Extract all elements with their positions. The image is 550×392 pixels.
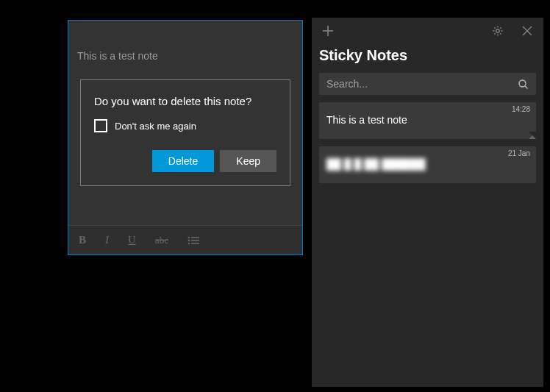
svg-point-2 [188,239,190,241]
note-item-preview: ██ █ █ ██ ██████ [326,158,529,170]
notes-container: 14:28This is a test note21 Jan██ █ █ ██ … [319,102,536,190]
format-bar: B I U abc [68,225,302,254]
note-editor-window: This is a test note Do you want to delet… [68,20,303,255]
notes-list-pane: Sticky Notes 14:28This is a test note21 … [312,18,543,387]
dialog-actions: Delete Keep [94,150,276,172]
svg-rect-1 [191,237,199,238]
bullet-list-button[interactable] [188,236,199,245]
search-input[interactable] [319,78,514,90]
note-item-time: 21 Jan [508,149,530,157]
dialog-title: Do you want to delete this note? [94,95,276,107]
svg-point-4 [188,242,190,244]
note-item-time: 14:28 [512,105,530,113]
dont-ask-row: Don't ask me again [94,119,276,132]
note-item-preview: This is a test note [326,114,529,126]
note-fold-corner [529,132,536,139]
dont-ask-label: Don't ask me again [115,121,196,132]
note-list-item[interactable]: 14:28This is a test note [319,102,536,139]
search-icon[interactable] [514,75,532,93]
svg-point-6 [496,29,499,32]
app-title: Sticky Notes [319,47,536,64]
strike-button[interactable]: abc [155,235,168,246]
settings-button[interactable] [489,22,507,40]
search-box[interactable] [319,73,536,95]
bold-button[interactable]: B [79,234,86,246]
underline-button[interactable]: U [128,234,136,246]
dont-ask-checkbox[interactable] [94,119,107,132]
italic-button[interactable]: I [105,234,109,246]
svg-point-0 [188,236,190,238]
note-body[interactable]: This is a test note Do you want to delet… [68,21,302,225]
keep-button[interactable]: Keep [220,150,276,172]
svg-rect-3 [191,240,199,241]
delete-button[interactable]: Delete [152,150,214,172]
note-list-item[interactable]: 21 Jan██ █ █ ██ ██████ [319,146,536,183]
svg-point-7 [519,80,526,87]
new-note-button[interactable] [319,22,337,40]
delete-confirm-dialog: Do you want to delete this note? Don't a… [80,79,290,186]
note-content: This is a test note [77,29,293,62]
svg-rect-5 [191,243,199,244]
close-button[interactable] [518,22,536,40]
list-header [319,18,536,44]
